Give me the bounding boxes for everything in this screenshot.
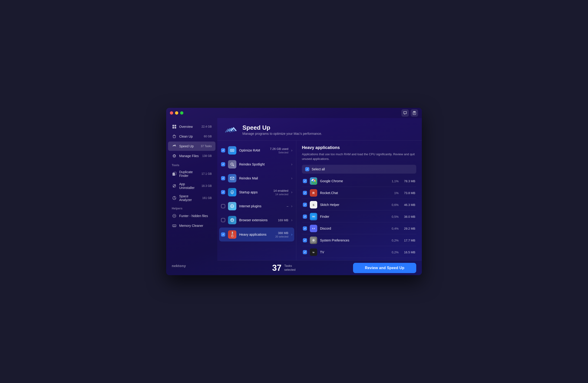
app-list: Google Chrome 1,1% 78.3 MB R [302,175,416,260]
flame-emoji: 🌡️ [229,232,235,237]
plugins-icon [228,202,236,210]
titlebar [166,108,422,118]
sidebar-badge-duplicate: 17.1 GB [202,172,212,175]
svg-point-48 [313,180,314,182]
minimize-button[interactable] [175,111,178,115]
app-name-discord: Discord [320,227,386,230]
close-button[interactable] [170,111,173,115]
app-cpu-discord: 0,4% [389,227,399,230]
sysprefs-app-icon [310,236,317,244]
task-checkbox-browser[interactable] [221,218,225,222]
traffic-lights [170,111,183,115]
sidebar-label-duplicate: Duplicate Finder [179,170,199,178]
sidebar-item-overview[interactable]: Overview 22.4 GB [168,122,215,131]
clipboard-icon[interactable] [411,109,418,117]
app-checkbox-finder[interactable] [303,214,307,219]
svg-point-61 [313,240,314,241]
review-speedup-button[interactable]: Review and Speed Up [353,263,416,273]
task-name-heavy: Heavy applications [239,233,273,236]
task-item-heavy[interactable]: 🌡️ Heavy applications 388 MB 20 selected… [219,228,294,241]
select-all-row[interactable]: Select all [302,165,416,174]
sidebar: Overview 22.4 GB Clean Up 60 GB [166,118,217,275]
app-cpu-rocket: 1% [389,191,399,195]
app-mem-sysprefs: 17.7 MB [401,239,415,242]
app-checkbox-rocket[interactable] [303,191,307,195]
task-name-optimize-ram: Optimize RAM [239,149,267,152]
sidebar-label-space: Space Analyzer [179,194,200,202]
task-size-browser: 169 MB [278,218,288,222]
app-item-mail-app[interactable]: Mail 0,2% 15.3 MB [302,258,416,260]
sidebar-item-speedup[interactable]: Speed Up 37 Tasks [168,142,215,151]
helpers-section-label: Helpers [166,204,217,211]
app-name-rocket: Rocket.Chat [320,191,386,195]
chrome-app-icon [310,177,317,185]
task-item-optimize-ram[interactable]: RAM Optimize RAM 7.26 GB used Selected › [217,143,296,157]
app-mem-skitch: 46.3 MB [401,203,415,207]
funter-icon [172,213,177,218]
app-checkbox-sysprefs[interactable] [303,238,307,242]
skitch-app-icon: S [310,201,317,209]
sidebar-item-managefiles[interactable]: Manage Files 138 GB [168,151,215,161]
select-all-checkbox[interactable] [305,167,309,171]
footer-task-label-line2: selected [284,268,295,272]
tv-app-icon: tv [310,248,317,256]
app-checkbox-chrome[interactable] [303,179,307,183]
app-item-tv[interactable]: tv TV 0,2% 16.5 MB [302,247,416,258]
app-window: Overview 22.4 GB Clean Up 60 GB [166,108,422,275]
task-meta-optimize-ram: 7.26 GB used Selected [270,147,288,154]
app-item-skitch[interactable]: S Skitch Helper 0,6% 46.3 MB [302,199,416,211]
task-item-plugins[interactable]: Internet plugins – › [217,199,296,213]
task-checkbox-plugins[interactable] [221,204,225,208]
app-item-discord[interactable]: Discord 0,4% 29.2 MB [302,223,416,234]
chevron-plugins: › [291,204,292,208]
overview-icon [172,124,177,129]
svg-rect-5 [174,125,176,127]
app-item-sysprefs[interactable]: System Preferences 0,2% 17.7 MB [302,235,416,246]
task-item-browser[interactable]: Browser extensions 169 MB › [217,213,296,227]
task-item-spotlight[interactable]: Reindex Spotlight › [217,157,296,171]
app-item-rocket[interactable]: R Rocket.Chat 1% 73.8 MB [302,187,416,199]
task-checkbox-mail[interactable] [221,176,225,180]
task-checkbox-optimize-ram[interactable] [221,148,225,152]
svg-text:R: R [312,191,315,195]
sidebar-label-managefiles: Manage Files [179,154,200,158]
sidebar-label-cleanup: Clean Up [179,135,202,138]
sidebar-badge-managefiles: 138 GB [202,154,212,158]
task-checkbox-spotlight[interactable] [221,162,225,166]
app-checkbox-discord[interactable] [303,226,307,231]
sidebar-item-uninstaller[interactable]: App Uninstaller 18.3 GB [168,180,215,192]
uninstaller-icon [172,183,177,189]
sidebar-item-space[interactable]: Space Analyzer 161 GB [168,192,215,204]
page-subtitle: Manage programs to optimize your Mac's p… [242,132,322,135]
app-checkbox-tv[interactable] [303,250,307,254]
sidebar-item-cleanup[interactable]: Clean Up 60 GB [168,132,215,141]
logo: nektony [166,260,217,272]
app-mem-finder: 38.0 MB [401,215,415,218]
task-checkbox-startup[interactable] [221,190,225,194]
task-selected-optimize-ram: Selected [278,151,288,154]
sidebar-item-funter[interactable]: Funter - hidden files [168,211,215,221]
task-checkbox-heavy[interactable] [221,233,225,236]
sidebar-item-duplicate[interactable]: Duplicate Finder 17.1 GB [168,168,215,180]
task-item-mail[interactable]: Reindex Mail › [217,171,296,185]
memory-icon [172,223,177,228]
heavy-icon: 🌡️ [228,230,236,239]
speedup-icon [172,144,177,149]
sidebar-badge-overview: 22.4 GB [202,125,212,128]
svg-point-9 [173,155,174,156]
task-meta-startup: 14 enabled 14 selected [273,189,288,196]
sidebar-label-funter: Funter - hidden files [179,214,212,218]
sidebar-item-memory[interactable]: Memory Cleaner [168,221,215,230]
chat-icon[interactable] [401,109,409,117]
svg-rect-58 [311,226,316,231]
sidebar-label-overview: Overview [179,125,199,128]
svg-text:tv: tv [313,251,315,254]
maximize-button[interactable] [180,111,183,115]
app-item-finder[interactable]: Finder 0,5% 38.0 MB [302,211,416,222]
footer-task-label: Tasks selected [284,264,295,272]
task-name-mail: Reindex Mail [239,176,288,180]
app-item-chrome[interactable]: Google Chrome 1,1% 78.3 MB [302,175,416,187]
task-item-startup[interactable]: Startup apps 14 enabled 14 selected › [217,185,296,199]
task-selected-startup: 14 selected [275,193,288,196]
app-checkbox-skitch[interactable] [303,203,307,207]
